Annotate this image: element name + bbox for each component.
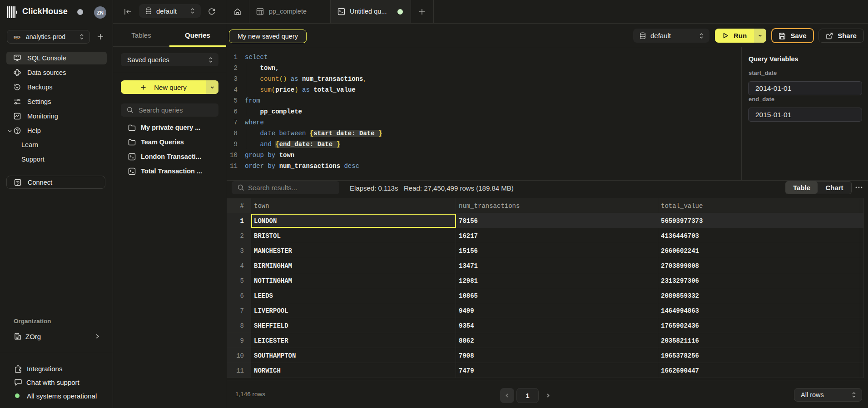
svg-text:aws: aws	[14, 34, 21, 39]
